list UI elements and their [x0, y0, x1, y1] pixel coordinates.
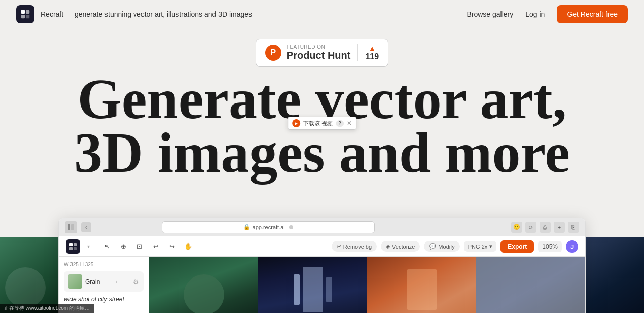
svg-rect-9	[74, 247, 77, 250]
grain-label: Grain	[85, 278, 100, 285]
remove-bg-icon: ✂	[337, 243, 341, 250]
video-popup-label: 下载该 视频	[303, 120, 333, 127]
ph-product-hunt-label: Product Hunt	[287, 50, 351, 61]
browser-actions: 🙂 ☺ ⎙ + ⎘	[511, 222, 579, 233]
format-selector[interactable]: PNG 2x ▾	[464, 241, 497, 252]
grain-settings-icon[interactable]: ⚙	[133, 277, 139, 286]
grain-item-left: Grain	[68, 274, 100, 289]
svg-rect-4	[68, 224, 70, 230]
lasso-tool[interactable]: ⊕	[117, 240, 130, 253]
ph-upvote-icon: ▲	[369, 44, 376, 52]
app-toolbar: ▾ ↖ ⊕ ⊡ ↩ ↪ ✋ ✂ Remove bg ◈ Vectorize 💬 …	[59, 236, 585, 257]
refresh-dot	[289, 225, 293, 229]
svg-rect-5	[71, 224, 74, 230]
ph-vote-count: 119	[365, 52, 379, 61]
address-text: app.recraft.ai	[253, 224, 285, 230]
get-recraft-free-button[interactable]: Get Recraft free	[557, 5, 628, 23]
share-button[interactable]: ⎙	[540, 222, 551, 233]
svg-rect-1	[26, 10, 29, 14]
toolbar-logo[interactable]	[66, 239, 80, 254]
address-bar[interactable]: 🔒 app.recraft.ai	[162, 221, 375, 233]
product-hunt-badge-container: P FEATURED ON Product Hunt ▲ 119	[0, 39, 644, 67]
log-in-link[interactable]: Log in	[525, 10, 545, 18]
video-play-icon: ▶	[292, 119, 300, 127]
screenshot-button[interactable]: ☺	[525, 222, 536, 233]
lock-icon: 🔒	[243, 224, 251, 230]
vectorize-icon: ◈	[386, 243, 390, 250]
export-button[interactable]: Export	[500, 240, 534, 253]
navbar: Recraft — generate stunning vector art, …	[0, 0, 644, 28]
browse-gallery-link[interactable]: Browse gallery	[467, 10, 513, 18]
modify-button[interactable]: 💬 Modify	[424, 241, 459, 252]
grain-expand-icon: ›	[116, 278, 118, 285]
product-hunt-badge[interactable]: P FEATURED ON Product Hunt ▲ 119	[256, 39, 388, 67]
app-canvas: W 325 H 325 Grain › ⚙ wide shot of city …	[59, 257, 585, 313]
svg-rect-2	[21, 15, 25, 18]
browser-chrome: ‹ 🔒 app.recraft.ai 🙂 ☺ ⎙ + ⎘	[59, 218, 585, 236]
canvas-image-2	[258, 257, 367, 313]
side-decoration-right	[578, 237, 644, 313]
ph-text-group: FEATURED ON Product Hunt	[287, 44, 351, 61]
emoji-button[interactable]: 🙂	[511, 222, 522, 233]
toolbar-right: ✂ Remove bg ◈ Vectorize 💬 Modify PNG 2x …	[332, 240, 578, 253]
copy-button[interactable]: ⎘	[568, 222, 579, 233]
status-bar: 正在等待 www.aitoolnet.com 的响应…	[0, 304, 94, 313]
format-chevron-icon: ▾	[489, 243, 492, 250]
remove-bg-button[interactable]: ✂ Remove bg	[332, 241, 377, 252]
canvas-image-4	[476, 257, 585, 313]
modify-icon: 💬	[429, 243, 436, 250]
canvas-prompt: wide shot of city street	[64, 296, 144, 303]
ph-featured-on-label: FEATURED ON	[287, 44, 351, 50]
select-tool[interactable]: ↖	[100, 240, 114, 253]
nav-right: Browse gallery Log in Get Recraft free	[467, 5, 628, 23]
hero-line2: 3D images and more	[10, 126, 634, 180]
canvas-main	[149, 257, 585, 313]
side-decoration-left	[0, 237, 66, 313]
canvas-dimensions: W 325 H 325	[64, 262, 144, 267]
logo-icon[interactable]	[16, 5, 34, 23]
video-popup-count: 2	[336, 120, 344, 127]
canvas-image-1	[149, 257, 258, 313]
sidebar-toggle-button[interactable]	[65, 221, 77, 233]
redo-tool[interactable]: ↪	[165, 240, 178, 253]
svg-rect-3	[26, 15, 29, 18]
app-frame: ‹ 🔒 app.recraft.ai 🙂 ☺ ⎙ + ⎘ ▾ ↖ ⊕	[58, 218, 586, 313]
zoom-indicator: 105%	[538, 241, 562, 252]
svg-rect-0	[21, 10, 25, 14]
back-button[interactable]: ‹	[81, 222, 91, 232]
svg-rect-6	[69, 243, 73, 246]
video-popup-close[interactable]: ✕	[347, 120, 352, 127]
vectorize-button[interactable]: ◈ Vectorize	[381, 241, 420, 252]
nav-left: Recraft — generate stunning vector art, …	[16, 5, 252, 23]
grain-item[interactable]: Grain › ⚙	[64, 271, 144, 292]
status-text: 正在等待 www.aitoolnet.com 的响应…	[4, 305, 90, 311]
svg-rect-7	[74, 243, 77, 246]
nav-title: Recraft — generate stunning vector art, …	[41, 10, 252, 18]
svg-rect-8	[69, 247, 73, 250]
undo-tool[interactable]: ↩	[149, 240, 162, 253]
toolbar-logo-chevron: ▾	[87, 244, 90, 249]
add-tab-button[interactable]: +	[554, 222, 565, 233]
product-hunt-icon: P	[265, 45, 281, 61]
video-download-popup[interactable]: ▶ 下载该 视频 2 ✕	[288, 117, 356, 130]
user-avatar[interactable]: J	[566, 240, 578, 253]
ph-votes: ▲ 119	[357, 44, 379, 61]
grain-thumbnail	[68, 274, 82, 289]
frame-tool[interactable]: ⊡	[133, 240, 146, 253]
toolbar-separator-1	[95, 241, 95, 252]
hand-tool[interactable]: ✋	[182, 240, 195, 253]
canvas-image-3	[367, 257, 476, 313]
